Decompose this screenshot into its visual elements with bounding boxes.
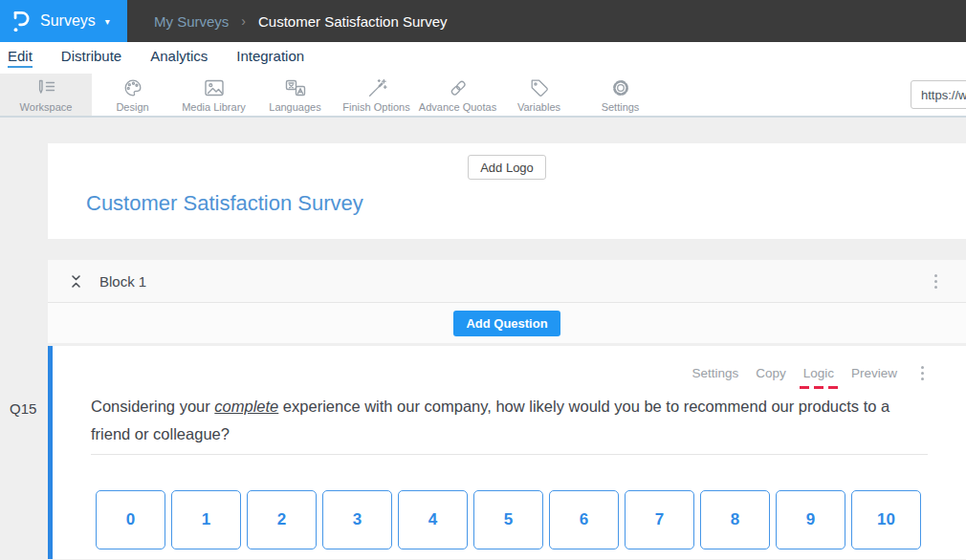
toolbar-item-label: Languages <box>269 101 320 113</box>
toolbar-item-design[interactable]: Design <box>92 74 173 116</box>
nps-option-10[interactable]: 10 <box>851 490 921 549</box>
toolbar-item-label: Design <box>116 101 148 113</box>
toolbar-item-label: Settings <box>602 101 640 113</box>
toolbar-item-label: Workspace <box>20 101 73 113</box>
design-palette-icon <box>122 77 143 99</box>
surveys-menu[interactable]: Surveys ▾ <box>0 0 127 42</box>
toolbar-item-label: Advance Quotas <box>419 101 496 113</box>
workspace-icon <box>34 77 57 99</box>
toolbar-item-advance-quotas[interactable]: Advance Quotas <box>417 74 498 116</box>
toolbar-item-label: Media Library <box>182 101 246 113</box>
add-question-row: Add Question <box>48 303 966 343</box>
question-menu-kebab-icon[interactable] <box>917 362 928 384</box>
question-text-before: Considering your <box>91 398 214 415</box>
toolbar-item-label: Finish Options <box>342 101 409 113</box>
toolbar-item-workspace[interactable]: Workspace <box>0 74 92 116</box>
survey-url-box <box>911 80 966 109</box>
survey-header-card: Add Logo Customer Satisfaction Survey <box>48 143 966 239</box>
add-question-button[interactable]: Add Question <box>453 311 560 336</box>
toolbar-item-label: Variables <box>517 101 560 113</box>
block-menu-kebab-icon[interactable] <box>931 270 941 292</box>
variables-tag-icon <box>529 77 550 99</box>
nps-option-4[interactable]: 4 <box>398 490 468 549</box>
question-settings-link[interactable]: Settings <box>692 366 738 380</box>
toolbar-item-media-library[interactable]: Media Library <box>173 74 254 116</box>
block-title: Block 1 <box>99 273 146 290</box>
surveys-menu-label: Surveys <box>40 12 96 30</box>
nps-option-2[interactable]: 2 <box>247 490 317 549</box>
tab-integration[interactable]: Integration <box>236 48 304 68</box>
block-header: Block 1 <box>48 260 966 303</box>
topbar: Surveys ▾ My Surveys › Customer Satisfac… <box>0 0 966 42</box>
survey-title[interactable]: Customer Satisfaction Survey <box>86 191 966 216</box>
finish-options-wand-icon <box>366 77 387 99</box>
toolbar-item-finish-options[interactable]: Finish Options <box>336 74 417 116</box>
media-library-icon <box>203 77 226 99</box>
advance-quotas-link-icon <box>448 77 469 99</box>
nps-option-5[interactable]: 5 <box>473 490 543 549</box>
nps-option-1[interactable]: 1 <box>171 490 241 549</box>
question-preview-link[interactable]: Preview <box>851 366 897 380</box>
nps-option-6[interactable]: 6 <box>549 490 619 549</box>
collapse-block-icon[interactable] <box>69 273 83 290</box>
question-row: Q15 Settings Copy Logic Preview Consider… <box>0 346 966 559</box>
toolbar-item-languages[interactable]: Languages <box>254 74 336 116</box>
question-text-emphasis: complete <box>214 398 278 415</box>
tab-distribute[interactable]: Distribute <box>61 48 121 68</box>
nps-option-7[interactable]: 7 <box>625 490 694 549</box>
breadcrumb-current-survey: Customer Satisfaction Survey <box>258 13 448 30</box>
chevron-down-icon: ▾ <box>105 16 110 27</box>
questionpro-logo-icon <box>11 9 32 33</box>
question-id-label: Q15 <box>10 400 36 417</box>
breadcrumb-my-surveys[interactable]: My Surveys <box>154 13 229 30</box>
edit-toolbar: Workspace Design Media Library <box>0 74 966 118</box>
toolbar-item-variables[interactable]: Variables <box>498 74 580 116</box>
question-card: Settings Copy Logic Preview Considering … <box>48 346 966 559</box>
languages-translate-icon <box>284 77 307 99</box>
survey-editor-page: Add Logo Customer Satisfaction Survey Bl… <box>0 118 966 559</box>
breadcrumb-separator-icon: › <box>241 13 246 29</box>
question-copy-link[interactable]: Copy <box>756 366 786 380</box>
nps-option-9[interactable]: 9 <box>776 490 845 549</box>
nps-scale: 0 1 2 3 4 5 6 7 8 9 10 <box>96 490 928 549</box>
question-text[interactable]: Considering your complete experience wit… <box>91 393 928 448</box>
nps-option-8[interactable]: 8 <box>700 490 770 549</box>
block-card: Block 1 Add Question <box>48 260 966 343</box>
add-logo-button[interactable]: Add Logo <box>468 155 546 180</box>
question-logic-link[interactable]: Logic <box>803 366 834 380</box>
tab-analytics[interactable]: Analytics <box>150 48 208 68</box>
breadcrumb: My Surveys › Customer Satisfaction Surve… <box>127 0 966 42</box>
survey-url-input[interactable] <box>911 80 966 109</box>
main-tabs: Edit Distribute Analytics Integration <box>0 42 966 74</box>
settings-gear-icon <box>610 77 631 99</box>
nps-option-0[interactable]: 0 <box>96 490 165 549</box>
toolbar-item-settings[interactable]: Settings <box>580 74 661 116</box>
question-actions: Settings Copy Logic Preview <box>91 363 928 382</box>
question-divider <box>91 454 928 455</box>
tab-edit[interactable]: Edit <box>8 48 33 68</box>
nps-option-3[interactable]: 3 <box>322 490 392 549</box>
